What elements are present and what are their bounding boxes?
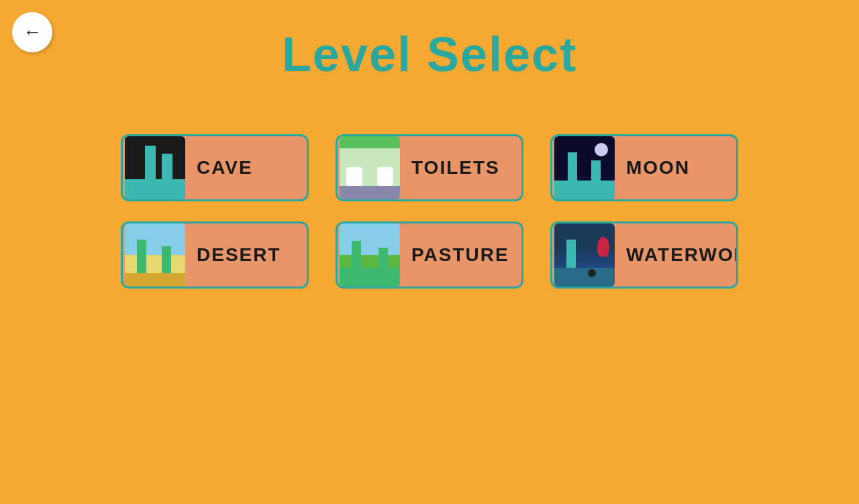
level-card-pasture[interactable]: PASTURE <box>336 221 523 289</box>
level-thumbnail-toilets <box>340 136 400 199</box>
level-thumbnail-pasture <box>340 223 400 287</box>
back-button[interactable]: ← <box>12 12 52 52</box>
level-thumbnail-waterworld <box>554 223 615 287</box>
level-card-toilets[interactable]: TOILETS <box>336 134 523 201</box>
level-label-pasture: PASTURE <box>402 244 509 266</box>
level-thumbnail-moon <box>554 136 615 199</box>
level-card-desert[interactable]: DESERT <box>121 221 309 289</box>
level-card-moon[interactable]: MOON <box>550 134 738 201</box>
level-label-desert: DESERT <box>187 244 281 266</box>
level-thumbnail-cave <box>125 136 185 199</box>
level-label-cave: CAVE <box>187 157 253 179</box>
level-label-moon: MOON <box>617 157 690 179</box>
level-card-cave[interactable]: CAVE <box>121 134 309 201</box>
level-thumbnail-desert <box>125 223 185 287</box>
level-label-toilets: TOILETS <box>402 157 500 179</box>
back-arrow-icon: ← <box>23 21 42 43</box>
levels-grid: CAVE TOILETS MOON DESERT <box>121 134 738 289</box>
level-card-waterworld[interactable]: WATERWORLD <box>550 221 738 289</box>
level-label-waterworld: WATERWORLD <box>617 244 738 266</box>
page-title: Level Select <box>0 0 859 82</box>
